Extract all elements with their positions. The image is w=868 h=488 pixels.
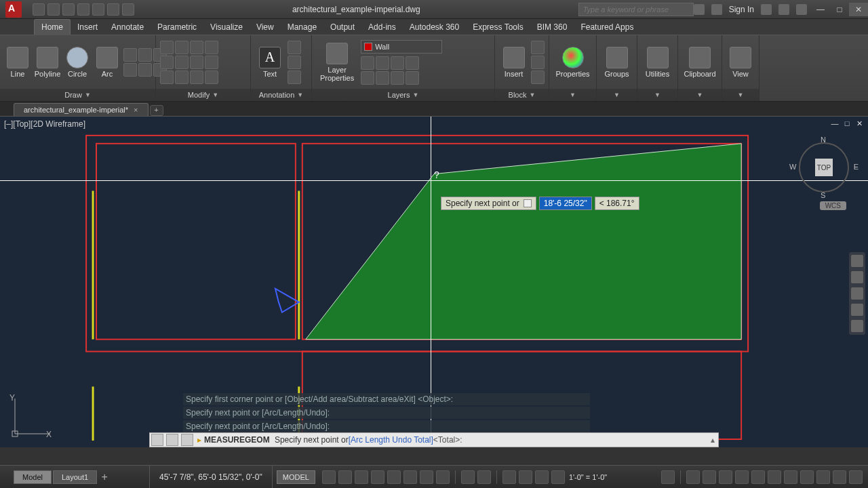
cleanscreen-icon[interactable] [833,470,846,484]
selection-cycling-icon[interactable] [502,470,516,484]
workspace-icon[interactable] [719,470,732,484]
layer-tool-icon[interactable] [391,71,404,85]
lock-ui-icon[interactable] [784,470,797,484]
panel-title-modify[interactable]: Modify ▼ [156,89,250,101]
tab-visualize[interactable]: Visualize [203,20,250,35]
ortho-toggle-icon[interactable] [387,470,401,484]
full-nav-wheel-icon[interactable] [851,255,863,267]
block-tool-icon[interactable] [531,70,545,84]
table-icon[interactable] [288,70,301,84]
array-icon[interactable] [190,70,203,84]
annotation-visibility-icon[interactable] [686,470,700,484]
draw-tool-icon[interactable] [123,48,137,62]
dynamic-distance-input[interactable]: 18'-6 25/32" [539,197,592,210]
tab-expresstools[interactable]: Express Tools [466,20,530,35]
panel-title-clipboard[interactable]: ▼ [678,89,722,101]
customize-status-icon[interactable] [849,470,863,484]
3dosnap-icon[interactable] [519,470,532,484]
leader-icon[interactable] [288,56,301,69]
close-file-icon[interactable]: × [134,106,138,114]
copy-icon[interactable] [160,56,174,69]
wcs-label[interactable]: WCS [820,201,846,210]
app-menu-icon[interactable] [5,1,22,18]
polyline-button[interactable]: Polyline [34,45,61,79]
close-button[interactable]: ✕ [849,3,868,16]
tab-home[interactable]: Home [34,19,71,35]
line-button[interactable]: Line [4,45,31,79]
search-icon[interactable] [694,4,705,15]
add-layout-tab[interactable]: + [98,471,111,483]
layer-dropdown[interactable]: Wall [361,40,442,54]
stayconnected-icon[interactable] [778,4,789,15]
clipboard-button[interactable]: Clipboard [682,45,717,79]
pan-icon[interactable] [851,271,863,283]
model-tab[interactable]: Model [14,470,52,484]
tab-view[interactable]: View [250,20,281,35]
qat-new-icon[interactable] [33,3,45,16]
draw-tool-icon[interactable] [138,48,152,62]
panel-title-layers[interactable]: Layers ▼ [312,89,494,101]
tab-addins[interactable]: Add-ins [361,20,403,35]
tab-autodesk360[interactable]: Autodesk 360 [403,20,466,35]
panel-title-utilities[interactable]: ▼ [637,89,677,101]
move-icon[interactable] [160,41,174,54]
isolate-icon[interactable] [800,470,814,484]
panel-title-annotation[interactable]: Annotation ▼ [251,89,311,101]
layer-tool-icon[interactable] [376,56,389,70]
infocenter-search-input[interactable] [578,3,694,16]
drawing-viewport[interactable]: [–][Top][2D Wireframe] — □ ✕ ? Specify n… [0,117,868,447]
qat-open-icon[interactable] [47,3,60,16]
stretch-icon[interactable] [160,70,174,84]
qat-redo-icon[interactable] [122,3,134,16]
scale-icon[interactable] [175,70,189,84]
cmdline-close-icon[interactable] [166,434,178,446]
selection-filter-icon[interactable] [551,470,565,484]
gear-icon[interactable] [661,470,675,484]
dynucs-icon[interactable] [535,470,549,484]
tab-bim360[interactable]: BIM 360 [530,20,574,35]
modify-tool-icon[interactable] [205,56,218,69]
panel-title-view[interactable]: ▼ [722,89,759,101]
draw-tool-icon[interactable] [138,63,152,77]
annotation-monitor-icon[interactable] [735,470,749,484]
trim-icon[interactable] [190,41,203,54]
draw-tool-icon[interactable] [123,63,137,77]
text-button[interactable]: AText [255,45,285,79]
modelspace-toggle[interactable]: MODEL [277,470,315,484]
view-button[interactable]: View [726,45,755,79]
cmdline-recent-icon[interactable]: ▴ [707,435,718,445]
snapmode-toggle-icon[interactable] [338,470,352,484]
showmotion-icon[interactable] [851,320,863,332]
dynamicinput-toggle-icon[interactable] [371,470,384,484]
qat-plot-icon[interactable] [92,3,104,16]
units-icon[interactable] [751,470,765,484]
coordinates-readout[interactable]: 45'-7 7/8", 65'-0 15/32", 0'-0" [149,466,273,488]
annotation-scale[interactable]: 1'-0" = 1'-0" [569,473,607,481]
signin-label[interactable]: Sign In [729,5,754,14]
arc-button[interactable]: Arc [94,45,121,79]
layer-tool-icon[interactable] [391,56,404,70]
qat-undo-icon[interactable] [107,3,119,16]
fillet-icon[interactable] [190,56,203,69]
polar-toggle-icon[interactable] [403,470,417,484]
mirror-icon[interactable] [175,56,189,69]
tab-insert[interactable]: Insert [71,20,104,35]
help-icon[interactable] [796,4,807,15]
utilities-button[interactable]: Utilities [642,45,673,79]
rotate-icon[interactable] [175,41,189,54]
circle-button[interactable]: Circle [64,45,91,79]
tab-featuredapps[interactable]: Featured Apps [574,20,640,35]
layer-tool-icon[interactable] [361,56,374,70]
inferconstraints-icon[interactable] [355,470,368,484]
layer-tool-icon[interactable] [376,71,389,85]
layer-tool-icon[interactable] [361,71,374,85]
modify-tool-icon[interactable] [205,41,218,54]
panel-title-properties[interactable]: ▼ [549,89,596,101]
osnap-toggle-icon[interactable] [436,470,450,484]
maximize-button[interactable]: □ [830,3,849,16]
panel-title-groups[interactable]: ▼ [597,89,637,101]
transparency-toggle-icon[interactable] [477,470,491,484]
layer-properties-button[interactable]: Layer Properties [316,41,358,83]
tab-manage[interactable]: Manage [281,20,323,35]
quickproperties-icon[interactable] [768,470,781,484]
